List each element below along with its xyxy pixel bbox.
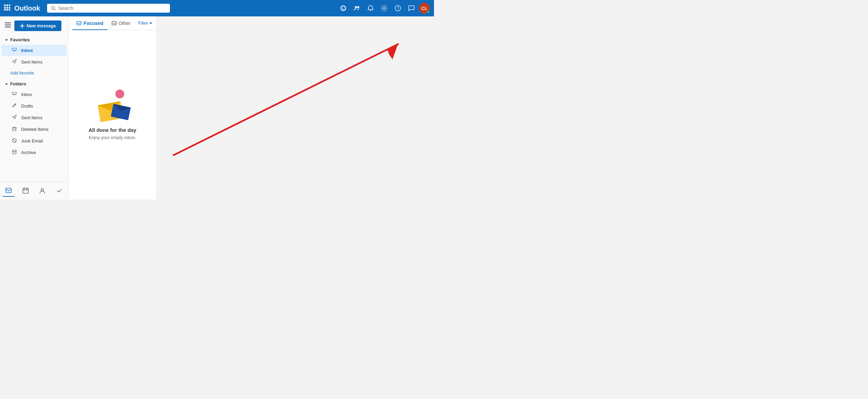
- sidebar-item-favorites-inbox-label: Inbox: [21, 48, 33, 53]
- svg-text:S: S: [342, 7, 344, 10]
- svg-rect-18: [5, 25, 11, 25]
- bell-icon[interactable]: [364, 2, 377, 14]
- email-empty-state: All done for the day Enjoy your empty in…: [68, 30, 157, 200]
- sidebar-item-deleted[interactable]: Deleted Items: [1, 124, 67, 135]
- help-icon[interactable]: ?: [392, 2, 404, 14]
- inbox-icon: [12, 47, 18, 54]
- filter-label: Filter: [138, 20, 148, 26]
- grid-icon[interactable]: [4, 4, 10, 12]
- sidebar-item-junk-label: Junk Email: [21, 138, 43, 143]
- hamburger-icon[interactable]: [5, 23, 11, 29]
- svg-rect-5: [9, 7, 10, 9]
- svg-point-12: [355, 6, 357, 8]
- new-message-label: New message: [27, 23, 56, 28]
- folders-header[interactable]: Folders: [0, 79, 68, 88]
- sidebar-item-inbox-label: Inbox: [21, 92, 32, 97]
- svg-point-14: [383, 7, 385, 9]
- skype-icon[interactable]: S: [337, 2, 349, 14]
- trash-icon: [12, 126, 18, 133]
- svg-rect-29: [12, 150, 16, 151]
- sidebar-item-drafts[interactable]: Drafts: [1, 100, 67, 112]
- junk-icon: [12, 138, 18, 144]
- sidebar-bottom-nav: [0, 181, 68, 200]
- sidebar-item-drafts-label: Drafts: [21, 104, 33, 109]
- svg-rect-33: [23, 188, 28, 193]
- topbar-icons: S ?: [337, 2, 430, 14]
- tab-other[interactable]: Other: [107, 16, 135, 30]
- svg-line-28: [13, 139, 16, 142]
- favorites-label: Favorites: [10, 37, 30, 42]
- svg-rect-1: [6, 4, 8, 6]
- avatar[interactable]: CL: [419, 3, 430, 14]
- svg-rect-4: [6, 7, 8, 9]
- nav-contacts-icon[interactable]: [36, 184, 48, 197]
- drafts-icon: [12, 103, 18, 109]
- sidebar-item-inbox[interactable]: Inbox: [1, 89, 67, 100]
- svg-rect-7: [6, 9, 8, 11]
- sidebar-item-junk[interactable]: Junk Email: [1, 135, 67, 147]
- folders-label: Folders: [10, 81, 26, 86]
- svg-text:?: ?: [397, 6, 399, 10]
- sidebar-item-sent[interactable]: Sent Items: [1, 112, 67, 123]
- search-bar[interactable]: [47, 4, 170, 13]
- feedback-icon[interactable]: [405, 2, 418, 14]
- online-indicator: [426, 10, 430, 14]
- sidebar-item-archive-label: Archive: [21, 150, 36, 155]
- add-favorite-link[interactable]: Add favorite: [0, 68, 68, 78]
- new-message-button[interactable]: New message: [14, 20, 61, 31]
- sidebar-item-favorites-sent-label: Sent Items: [21, 59, 42, 65]
- main-content: [157, 16, 434, 200]
- settings-icon[interactable]: [378, 2, 390, 14]
- svg-line-22: [15, 104, 15, 105]
- tab-focused-label: Focused: [84, 20, 103, 26]
- svg-rect-17: [5, 23, 11, 23]
- folder-inbox-icon: [12, 91, 18, 98]
- svg-rect-2: [9, 4, 10, 6]
- svg-line-10: [54, 9, 55, 10]
- svg-rect-8: [9, 9, 10, 11]
- sidebar-item-archive[interactable]: Archive: [1, 147, 67, 158]
- empty-state-title: All done for the day: [88, 127, 136, 133]
- nav-calendar-icon[interactable]: [19, 184, 32, 197]
- email-panel: Focused Other Filter Al: [68, 16, 157, 200]
- svg-rect-6: [4, 9, 6, 11]
- email-tabs: Focused Other Filter: [68, 16, 157, 30]
- tab-focused[interactable]: Focused: [72, 16, 107, 30]
- svg-point-37: [41, 189, 44, 191]
- people-icon[interactable]: [351, 2, 363, 14]
- svg-rect-38: [77, 22, 81, 25]
- nav-mail-icon[interactable]: [2, 184, 15, 197]
- folders-section: Folders Inbox Drafts: [0, 79, 68, 160]
- svg-rect-32: [6, 188, 11, 193]
- sent-icon: [12, 59, 18, 65]
- circle-pink: [115, 90, 124, 98]
- sidebar-item-favorites-inbox[interactable]: Inbox: [1, 45, 67, 56]
- favorites-section: Favorites Inbox Sent Items: [0, 35, 68, 79]
- svg-rect-23: [13, 128, 16, 131]
- main-layout: New message Favorites Inbox: [0, 16, 434, 200]
- svg-point-13: [357, 6, 359, 8]
- empty-state-subtitle: Enjoy your empty inbox.: [89, 135, 136, 140]
- sidebar-item-favorites-sent[interactable]: Sent Items: [1, 56, 67, 68]
- favorites-header[interactable]: Favorites: [0, 35, 68, 44]
- search-input[interactable]: [58, 5, 166, 11]
- sidebar: New message Favorites Inbox: [0, 16, 68, 200]
- sidebar-item-sent-label: Sent Items: [21, 115, 42, 120]
- inbox-illustration: [96, 90, 130, 120]
- sidebar-item-deleted-label: Deleted Items: [21, 127, 48, 132]
- svg-rect-39: [112, 22, 116, 25]
- filter-button[interactable]: Filter: [138, 20, 153, 26]
- svg-rect-0: [4, 4, 6, 6]
- svg-rect-3: [4, 7, 6, 9]
- archive-icon: [12, 149, 18, 156]
- sent-folder-icon: [12, 114, 18, 121]
- sidebar-header: New message: [0, 16, 68, 35]
- add-favorite-label: Add favorite: [10, 70, 34, 75]
- annotation-arrow: [157, 16, 434, 200]
- avatar-initials: CL: [421, 6, 427, 11]
- nav-tasks-icon[interactable]: [53, 184, 66, 197]
- svg-rect-19: [5, 27, 11, 27]
- svg-marker-41: [387, 44, 398, 58]
- tab-other-label: Other: [119, 20, 131, 26]
- app-title: Outlook: [14, 4, 40, 12]
